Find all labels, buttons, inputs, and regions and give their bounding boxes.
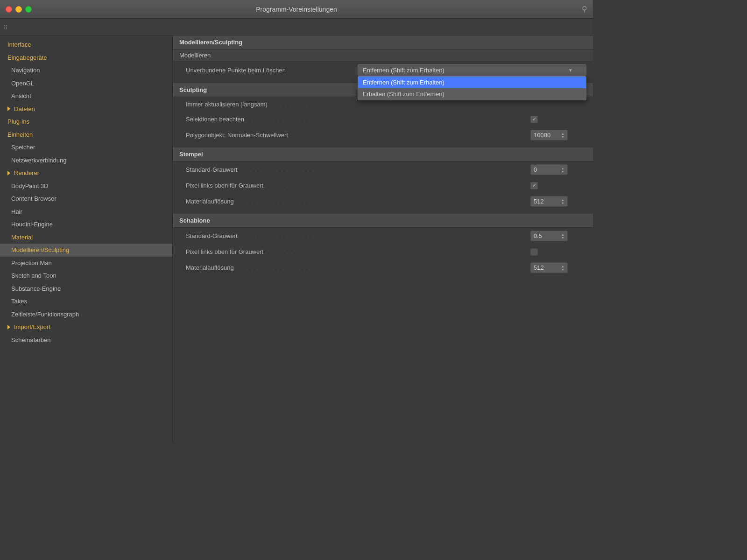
arrow-icon (7, 106, 10, 111)
spinner-materialaufloesung-schablone[interactable]: 512 ▲ ▼ (530, 262, 568, 273)
control-pixel-links-oben-stempel[interactable] (530, 182, 586, 189)
main-layout: Interface Eingabegeräte Navigation OpenG… (0, 35, 593, 443)
sidebar-item-sketch-and-toon[interactable]: Sketch and Toon (0, 269, 172, 282)
dropdown-menu: Entfernen (Shift zum Erhalten) Erhalten … (358, 76, 586, 100)
spinner-down-materialaufloesung-stempel[interactable]: ▼ (561, 202, 564, 205)
spinner-value-grauwert-stempel: 0 (534, 166, 537, 173)
checkbox-pixel-links-oben-stempel[interactable] (530, 182, 538, 189)
search-icon[interactable]: ⚲ (582, 5, 587, 14)
row-standard-grauwert-schablone: Standard-Grauwert . . . . . . . . . . . … (173, 228, 593, 245)
dropdown-option-entfernen[interactable]: Entfernen (Shift zum Erhalten) (358, 77, 586, 88)
title-bar: Programm-Voreinstellungen ⚲ (0, 0, 593, 19)
spinner-standard-grauwert-schablone[interactable]: 0.5 ▲ ▼ (530, 231, 568, 241)
label-immer-aktualisieren: Immer aktualisieren (langsam) . . . . . … (186, 101, 530, 108)
control-selektionen-beachten[interactable] (530, 116, 586, 123)
label-unverbundene-punkte: Unverbundene Punkte beim Löschen (186, 67, 358, 74)
spinner-standard-grauwert-stempel[interactable]: 0 ▲ ▼ (530, 164, 568, 175)
checkbox-pixel-links-oben-schablone[interactable] (530, 248, 538, 256)
content-area: Modellieren/Sculpting Modellieren Unverb… (173, 35, 593, 443)
arrow-icon (7, 325, 10, 329)
control-pixel-links-oben-schablone[interactable] (530, 248, 586, 256)
label-materialaufloesung-schablone: Materialauflösung . . . . . . . . . . . … (186, 264, 530, 271)
label-pixel-links-oben-stempel: Pixel links oben für Grauwert . . . . . … (186, 182, 530, 189)
minimize-button[interactable] (15, 6, 22, 13)
section-modellieren: Modellieren (173, 49, 593, 62)
label-pixel-links-oben-schablone: Pixel links oben für Grauwert . . . . . … (186, 248, 530, 255)
sidebar-item-opengl[interactable]: OpenGL (0, 77, 172, 90)
spinner-value-materialaufloesung-schablone: 512 (534, 264, 544, 271)
spinner-up-grauwert-stempel[interactable]: ▲ (561, 167, 564, 170)
sidebar-item-dateien[interactable]: Dateien (0, 103, 172, 116)
row-pixel-links-oben-schablone: Pixel links oben für Grauwert . . . . . … (173, 245, 593, 259)
sidebar-item-speicher[interactable]: Speicher (0, 141, 172, 154)
sidebar-item-ansicht[interactable]: Ansicht (0, 90, 172, 103)
row-pixel-links-oben-stempel: Pixel links oben für Grauwert . . . . . … (173, 178, 593, 193)
label-materialaufloesung-stempel: Materialauflösung . . . . . . . . . . . … (186, 198, 530, 205)
label-standard-grauwert-stempel: Standard-Grauwert . . . . . . . . . . . … (186, 166, 530, 173)
sidebar-item-content-browser[interactable]: Content Browser (0, 192, 172, 205)
maximize-button[interactable] (25, 6, 32, 13)
label-polygonobjekt-normalen: Polygonobjekt: Normalen-Schwellwert (186, 132, 530, 139)
spinner-value-materialaufloesung-stempel: 512 (534, 198, 544, 205)
sidebar-item-import-export[interactable]: Import/Export (0, 321, 172, 334)
row-standard-grauwert-stempel: Standard-Grauwert . . . . . . . . . . . … (173, 161, 593, 178)
sidebar-item-netzwerkverbindung[interactable]: Netzwerkverbindung (0, 154, 172, 167)
sidebar-item-takes[interactable]: Takes (0, 295, 172, 308)
section-schablone: Schablone (173, 214, 593, 228)
row-selektionen-beachten: Selektionen beachten . . . . . . . . . .… (173, 112, 593, 127)
spinner-up-normalen[interactable]: ▲ (561, 132, 564, 135)
spinner-up-grauwert-schablone[interactable]: ▲ (561, 233, 564, 236)
row-materialaufloesung-schablone: Materialauflösung . . . . . . . . . . . … (173, 259, 593, 276)
sidebar-item-zeitleiste[interactable]: Zeitleiste/Funktionsgraph (0, 308, 172, 321)
sidebar-item-navigation[interactable]: Navigation (0, 64, 172, 77)
spinner-up-materialaufloesung-stempel[interactable]: ▲ (561, 198, 564, 202)
sidebar-item-plugins[interactable]: Plug-ins (0, 115, 172, 128)
arrow-icon (7, 171, 10, 175)
spinner-value-grauwert-schablone: 0.5 (534, 232, 542, 239)
row-unverbundene-punkte: Unverbundene Punkte beim Löschen Entfern… (173, 62, 593, 79)
label-selektionen-beachten: Selektionen beachten . . . . . . . . . .… (186, 116, 530, 123)
checkbox-selektionen-beachten[interactable] (530, 116, 538, 123)
dropdown-unverbundene-container: Entfernen (Shift zum Erhalten) ▼ Entfern… (358, 64, 586, 76)
dropdown-option-erhalten[interactable]: Erhalten (Shift zum Entfernen) (358, 88, 586, 100)
spinner-materialaufloesung-stempel[interactable]: 512 ▲ ▼ (530, 196, 568, 207)
control-standard-grauwert-stempel: 0 ▲ ▼ (530, 164, 586, 175)
page-title: Modellieren/Sculpting (173, 35, 593, 49)
spinner-polygonobjekt-normalen[interactable]: 10000 ▲ ▼ (530, 130, 568, 140)
spinner-down-normalen[interactable]: ▼ (561, 135, 564, 139)
sidebar-item-renderer[interactable]: Renderer (0, 167, 172, 180)
grid-icon: ⁝⁝ (4, 23, 7, 31)
sidebar-item-modellieren-sculpting[interactable]: Modellieren/Sculpting (0, 244, 172, 257)
sidebar-item-substance-engine[interactable]: Substance-Engine (0, 282, 172, 295)
sidebar-item-houdini-engine[interactable]: Houdini-Engine (0, 218, 172, 231)
control-materialaufloesung-schablone: 512 ▲ ▼ (530, 262, 586, 273)
sidebar-item-projection-man[interactable]: Projection Man (0, 257, 172, 270)
spinner-arrows-normalen[interactable]: ▲ ▼ (561, 132, 564, 139)
spinner-arrows-grauwert-stempel[interactable]: ▲ ▼ (561, 167, 564, 173)
dropdown-unverbundene-trigger[interactable]: Entfernen (Shift zum Erhalten) ▼ (358, 64, 586, 76)
traffic-lights (6, 6, 32, 13)
sidebar: Interface Eingabegeräte Navigation OpenG… (0, 35, 173, 443)
spinner-down-grauwert-stempel[interactable]: ▼ (561, 170, 564, 173)
close-button[interactable] (6, 6, 12, 13)
dropdown-selected-value: Entfernen (Shift zum Erhalten) (363, 67, 444, 74)
spinner-value-normalen: 10000 (534, 132, 550, 139)
section-stempel: Stempel (173, 147, 593, 161)
sidebar-item-einheiten[interactable]: Einheiten (0, 128, 172, 141)
sidebar-item-interface[interactable]: Interface (0, 38, 172, 51)
spinner-arrows-materialaufloesung-stempel[interactable]: ▲ ▼ (561, 198, 564, 205)
spinner-arrows-materialaufloesung-schablone[interactable]: ▲ ▼ (561, 265, 564, 271)
toolbar: ⁝⁝ (0, 19, 593, 35)
control-standard-grauwert-schablone: 0.5 ▲ ▼ (530, 231, 586, 241)
sidebar-item-bodypaint[interactable]: BodyPaint 3D (0, 180, 172, 193)
sidebar-item-eingabegeraete[interactable]: Eingabegeräte (0, 51, 172, 64)
sidebar-item-material[interactable]: Material (0, 231, 172, 244)
spinner-down-materialaufloesung-schablone[interactable]: ▼ (561, 268, 564, 271)
spinner-up-materialaufloesung-schablone[interactable]: ▲ (561, 265, 564, 268)
label-standard-grauwert-schablone: Standard-Grauwert . . . . . . . . . . . … (186, 232, 530, 239)
sidebar-item-schemafarben[interactable]: Schemafarben (0, 334, 172, 347)
spinner-down-grauwert-schablone[interactable]: ▼ (561, 236, 564, 239)
sidebar-item-hair[interactable]: Hair (0, 205, 172, 218)
control-materialaufloesung-stempel: 512 ▲ ▼ (530, 196, 586, 207)
spinner-arrows-grauwert-schablone[interactable]: ▲ ▼ (561, 233, 564, 239)
